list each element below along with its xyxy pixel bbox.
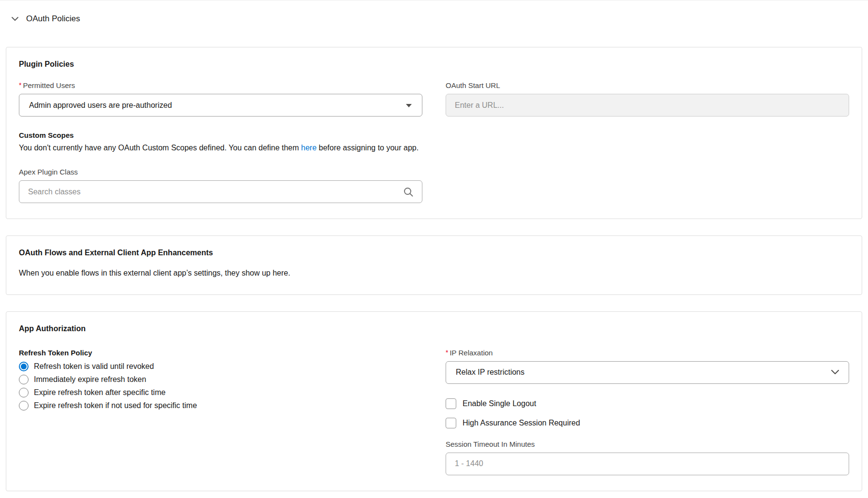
required-asterisk: * <box>19 81 21 89</box>
chevron-down-icon <box>11 15 19 23</box>
checkbox-icon <box>446 418 456 428</box>
refresh-token-policy-group: Refresh Token Policy Refresh token is va… <box>19 349 422 475</box>
ip-relaxation-select[interactable]: Relax IP restrictions <box>446 361 849 384</box>
enable-single-logout-checkbox[interactable]: Enable Single Logout <box>446 398 849 409</box>
oauth-policies-section-header[interactable]: OAuth Policies <box>6 0 862 24</box>
high-assurance-session-checkbox[interactable]: High Assurance Session Required <box>446 418 849 428</box>
radio-button-icon <box>19 362 29 371</box>
radio-button-icon <box>19 388 29 397</box>
radio-immediately-expire-refresh-token[interactable]: Immediately expire refresh token <box>19 375 422 384</box>
chevron-down-icon <box>831 368 839 377</box>
checkbox-label: Enable Single Logout <box>463 399 536 408</box>
session-timeout-label: Session Timeout In Minutes <box>446 440 849 448</box>
radio-label: Expire refresh token if not used for spe… <box>34 401 197 410</box>
plugin-policies-card: Plugin Policies *Permitted Users Admin a… <box>6 47 862 219</box>
radio-label: Refresh token is valid until revoked <box>34 362 154 371</box>
oauth-start-url-field: OAuth Start URL <box>446 81 849 117</box>
app-authorization-card: App Authorization Refresh Token Policy R… <box>6 311 862 491</box>
refresh-token-policy-label: Refresh Token Policy <box>19 349 422 357</box>
custom-scopes-here-link[interactable]: here <box>301 144 316 152</box>
dropdown-triangle-icon <box>405 101 412 110</box>
radio-expire-refresh-token-after-specific-time[interactable]: Expire refresh token after specific time <box>19 388 422 397</box>
app-authorization-right-column: *IP Relaxation Relax IP restrictions Ena… <box>446 349 849 475</box>
ip-relaxation-label: *IP Relaxation <box>446 349 849 357</box>
apex-class-search-input[interactable] <box>19 180 422 203</box>
radio-label: Immediately expire refresh token <box>34 375 146 384</box>
custom-scopes-text: You don't currently have any OAuth Custo… <box>19 143 849 153</box>
radio-button-icon <box>19 401 29 410</box>
oauth-start-url-input[interactable] <box>446 94 849 117</box>
radio-button-icon <box>19 375 29 384</box>
oauth-flows-title: OAuth Flows and External Client App Enha… <box>19 249 849 257</box>
session-timeout-input[interactable] <box>446 453 849 475</box>
app-authorization-title: App Authorization <box>19 324 849 333</box>
oauth-policies-page: OAuth Policies Plugin Policies *Permitte… <box>0 0 868 491</box>
oauth-flows-description: When you enable flows in this external c… <box>19 268 849 278</box>
checkbox-icon <box>446 398 456 409</box>
permitted-users-label: *Permitted Users <box>19 81 422 89</box>
oauth-flows-card: OAuth Flows and External Client App Enha… <box>6 235 862 294</box>
permitted-users-field: *Permitted Users Admin approved users ar… <box>19 81 422 117</box>
apex-plugin-class-label: Apex Plugin Class <box>19 168 422 176</box>
custom-scopes-label: Custom Scopes <box>19 131 849 139</box>
plugin-policies-title: Plugin Policies <box>19 60 849 69</box>
permitted-users-select[interactable]: Admin approved users are pre-authorized <box>19 94 422 117</box>
apex-plugin-class-field: Apex Plugin Class <box>19 168 422 203</box>
radio-expire-refresh-token-if-not-used[interactable]: Expire refresh token if not used for spe… <box>19 401 422 410</box>
section-title: OAuth Policies <box>26 14 80 24</box>
required-asterisk: * <box>446 349 448 356</box>
radio-refresh-token-valid-until-revoked[interactable]: Refresh token is valid until revoked <box>19 362 422 371</box>
permitted-users-value: Admin approved users are pre-authorized <box>29 101 172 110</box>
radio-label: Expire refresh token after specific time <box>34 388 165 397</box>
checkbox-label: High Assurance Session Required <box>463 419 580 427</box>
ip-relaxation-value: Relax IP restrictions <box>456 368 524 377</box>
oauth-start-url-label: OAuth Start URL <box>446 81 849 89</box>
